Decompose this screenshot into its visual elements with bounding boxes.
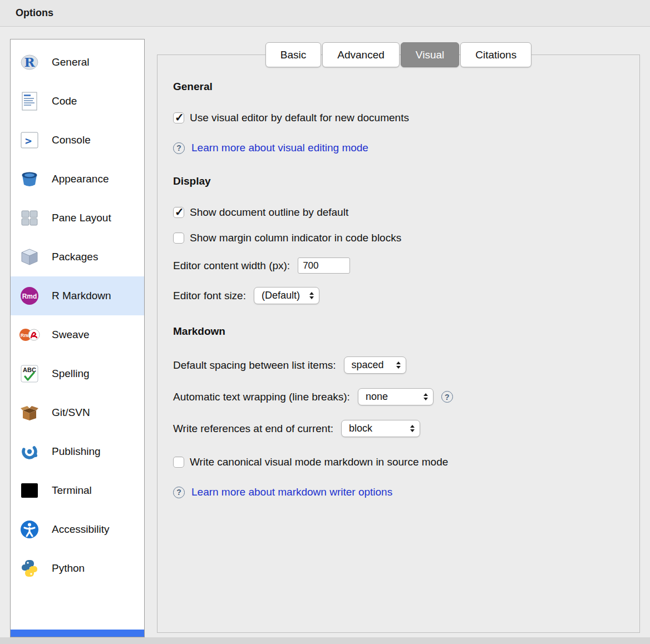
sidebar-item-sweave[interactable]: Rnw Sweave: [11, 315, 144, 354]
svg-text:R: R: [24, 55, 35, 70]
sidebar-bottom-accent-bar: [11, 630, 144, 637]
sidebar-item-pane-layout[interactable]: Pane Layout: [11, 199, 144, 237]
text-wrapping-help-icon[interactable]: [441, 391, 453, 403]
pane-layout-icon: [17, 207, 42, 229]
spelling-icon: ABC: [17, 363, 42, 385]
visual-editing-help-row: Learn more about visual editing mode: [173, 142, 623, 154]
sidebar-item-git-svn[interactable]: Git/SVN: [11, 393, 144, 432]
font-size-label: Editor font size:: [173, 290, 246, 302]
font-size-row: Editor font size: (Default): [173, 287, 623, 304]
sidebar-item-packages[interactable]: Packages: [11, 237, 144, 276]
publishing-icon: [17, 440, 42, 463]
sidebar-item-general[interactable]: R General: [11, 43, 144, 82]
code-document-icon: [17, 90, 42, 112]
content-width-label: Editor content width (px):: [173, 260, 290, 272]
learn-markdown-writer-link[interactable]: Learn more about markdown writer options: [191, 486, 392, 498]
stepper-arrows-icon: [424, 391, 428, 403]
font-size-value: (Default): [262, 290, 300, 301]
r-logo-icon: R: [17, 51, 42, 73]
sidebar-item-label: Code: [52, 95, 77, 107]
sidebar-item-terminal[interactable]: Terminal: [11, 471, 144, 510]
sidebar-item-appearance[interactable]: Appearance: [11, 160, 144, 199]
sidebar-item-spelling[interactable]: ABC Spelling: [11, 354, 144, 393]
list-spacing-select[interactable]: spaced: [344, 356, 406, 374]
paint-bucket-icon: [17, 168, 42, 190]
use-visual-editor-checkbox[interactable]: [173, 112, 184, 123]
tab-label: Citations: [475, 49, 516, 61]
visual-tab-content: General Use visual editor by default for…: [157, 55, 639, 498]
sidebar-item-label: General: [52, 56, 90, 68]
section-heading-markdown: Markdown: [173, 325, 623, 338]
canonical-markdown-checkbox[interactable]: [173, 457, 184, 468]
svg-text:Rmd: Rmd: [22, 293, 37, 300]
text-wrapping-value: none: [366, 391, 388, 403]
sidebar-item-label: Accessibility: [52, 523, 109, 536]
canonical-markdown-label: Write canonical visual mode markdown in …: [190, 456, 448, 468]
console-icon: >: [17, 129, 42, 151]
sidebar-item-label: Packages: [52, 251, 98, 263]
sidebar-item-list: R General Code > Console Appearance: [11, 39, 144, 630]
sidebar-item-accessibility[interactable]: Accessibility: [11, 510, 144, 549]
show-outline-checkbox[interactable]: [173, 207, 184, 218]
tab-label: Visual: [416, 49, 444, 61]
show-margin-row: Show margin column indicator in code blo…: [173, 232, 623, 244]
window-bottom-edge: [0, 637, 650, 644]
font-size-select[interactable]: (Default): [254, 287, 319, 304]
sidebar-item-label: Terminal: [52, 484, 92, 497]
text-wrapping-select[interactable]: none: [358, 388, 434, 405]
tab-visual[interactable]: Visual: [401, 42, 459, 67]
show-outline-label: Show document outline by default: [190, 206, 348, 219]
text-wrapping-row: Automatic text wrapping (line breaks): n…: [173, 388, 623, 405]
references-row: Write references at end of current: bloc…: [173, 420, 623, 437]
show-margin-label: Show margin column indicator in code blo…: [190, 232, 401, 244]
python-icon: [17, 557, 42, 579]
content-width-row: Editor content width (px):: [173, 257, 623, 274]
learn-visual-editing-link[interactable]: Learn more about visual editing mode: [191, 142, 368, 154]
show-outline-row: Show document outline by default: [173, 206, 623, 219]
help-icon: [173, 487, 185, 498]
sidebar-item-label: Sweave: [52, 329, 90, 341]
use-visual-editor-label: Use visual editor by default for new doc…: [190, 112, 409, 124]
sidebar-item-label: Appearance: [52, 173, 109, 185]
tab-basic[interactable]: Basic: [265, 42, 321, 67]
tab-citations[interactable]: Citations: [460, 42, 531, 67]
list-spacing-value: spaced: [352, 359, 384, 371]
tab-advanced[interactable]: Advanced: [322, 42, 400, 67]
section-heading-general: General: [173, 81, 623, 93]
window-titlebar: Options: [0, 0, 650, 27]
package-cube-icon: [17, 246, 42, 268]
markdown-writer-help-row: Learn more about markdown writer options: [173, 486, 623, 498]
stepper-arrows-icon: [410, 423, 415, 434]
content-width-input[interactable]: [298, 257, 350, 274]
canonical-markdown-row: Write canonical visual mode markdown in …: [173, 456, 623, 468]
tab-label: Advanced: [337, 49, 385, 61]
sidebar-item-code[interactable]: Code: [11, 82, 144, 121]
tab-label: Basic: [280, 49, 306, 61]
rmarkdown-settings-panel: Basic Advanced Visual Citations General …: [157, 55, 640, 633]
references-select[interactable]: block: [341, 420, 420, 437]
references-label: Write references at end of current:: [173, 423, 333, 435]
sidebar-item-console[interactable]: > Console: [11, 121, 144, 160]
stepper-arrows-icon: [396, 359, 401, 371]
sidebar-item-label: Publishing: [52, 445, 101, 458]
terminal-icon: [17, 479, 42, 502]
sidebar-item-label: R Markdown: [52, 290, 111, 302]
tab-bar: Basic Advanced Visual Citations: [157, 42, 639, 67]
text-wrapping-label: Automatic text wrapping (line breaks):: [173, 391, 350, 403]
sweave-icon: Rnw: [17, 324, 42, 346]
show-margin-checkbox[interactable]: [173, 232, 184, 244]
help-icon: [173, 142, 185, 154]
accessibility-icon: [17, 518, 42, 541]
rmarkdown-icon: Rmd: [17, 285, 42, 307]
git-svn-box-icon: [17, 402, 42, 424]
sidebar-item-label: Git/SVN: [52, 407, 90, 419]
list-spacing-label: Default spacing between list items:: [173, 359, 336, 371]
use-visual-editor-row: Use visual editor by default for new doc…: [173, 112, 623, 124]
sidebar-item-publishing[interactable]: Publishing: [11, 432, 144, 471]
sidebar-item-label: Python: [52, 562, 85, 574]
options-sidebar: R General Code > Console Appearance: [10, 39, 145, 637]
sidebar-item-rmarkdown[interactable]: Rmd R Markdown: [11, 276, 144, 315]
sidebar-item-python[interactable]: Python: [11, 549, 144, 588]
window-title: Options: [16, 7, 53, 19]
references-value: block: [349, 423, 372, 434]
